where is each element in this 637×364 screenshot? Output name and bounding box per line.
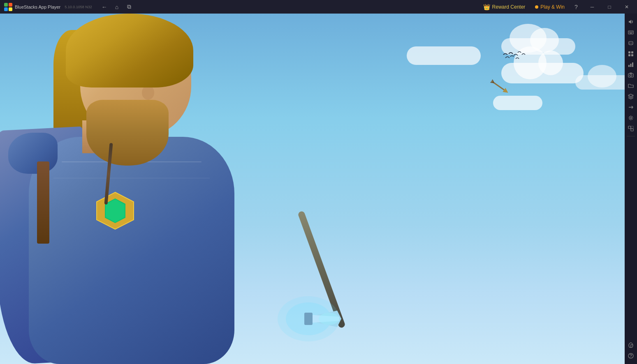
- cloud-3: [493, 96, 542, 110]
- screenshot-sidebar-icon[interactable]: [626, 70, 636, 80]
- close-button[interactable]: ✕: [618, 0, 635, 14]
- back-button[interactable]: ←: [99, 1, 110, 13]
- svg-rect-26: [631, 51, 633, 53]
- svg-rect-39: [631, 126, 633, 129]
- character-torso: [29, 137, 234, 364]
- close-icon: ✕: [625, 4, 629, 10]
- grid-sidebar-icon[interactable]: [626, 49, 636, 59]
- svg-rect-25: [628, 51, 630, 53]
- svg-rect-2: [4, 7, 8, 11]
- character-shoulder-left: [8, 133, 58, 174]
- titlebar: BlueStacks App Player 5.10.0.1058 N32 ← …: [0, 0, 637, 14]
- gamepad-sidebar-icon[interactable]: [626, 38, 636, 48]
- settings-sidebar-icon[interactable]: [626, 113, 636, 123]
- help-icon: ?: [574, 4, 578, 10]
- minimize-button[interactable]: ─: [584, 0, 601, 14]
- game-character: [0, 14, 358, 364]
- svg-point-41: [630, 357, 631, 357]
- birds-svg: [501, 46, 534, 67]
- reward-center-label: Reward Center: [492, 4, 526, 10]
- svg-point-33: [630, 74, 632, 76]
- svg-rect-27: [628, 54, 630, 56]
- character-hair-top: [66, 14, 193, 88]
- bird-flock: [501, 46, 534, 69]
- folder-sidebar-icon[interactable]: [626, 81, 636, 91]
- svg-rect-20: [632, 32, 632, 32]
- app-logo: BlueStacks App Player 5.10.0.1058 N32: [0, 3, 96, 11]
- svg-rect-30: [630, 64, 632, 67]
- svg-point-24: [631, 43, 632, 44]
- keyboard-sidebar-icon[interactable]: [626, 28, 636, 37]
- layers-sidebar-icon[interactable]: [626, 92, 636, 101]
- play-win-label: Play & Win: [540, 4, 565, 10]
- eco-mode-sidebar-icon[interactable]: [626, 340, 636, 350]
- right-sidebar: [625, 14, 637, 364]
- play-win-button[interactable]: Play & Win: [531, 2, 569, 12]
- performance-sidebar-icon[interactable]: [626, 60, 636, 69]
- svg-point-36: [630, 117, 632, 119]
- help-sidebar-icon[interactable]: [626, 351, 636, 361]
- maximize-icon: □: [608, 4, 611, 10]
- svg-rect-29: [628, 65, 630, 67]
- home-button[interactable]: ⌂: [111, 1, 123, 13]
- nav-buttons: ← ⌂ ⧉: [99, 1, 135, 13]
- titlebar-right-controls: 👑 Reward Center Play & Win ? ─ □ ✕: [479, 0, 637, 14]
- help-button[interactable]: ?: [570, 1, 582, 13]
- svg-rect-31: [632, 62, 633, 67]
- window-controls: ─ □ ✕: [584, 0, 635, 14]
- svg-rect-18: [629, 32, 630, 32]
- character-belt: [37, 161, 49, 244]
- svg-rect-21: [630, 33, 632, 34]
- cloud-2: [407, 46, 481, 65]
- game-viewport[interactable]: [0, 14, 625, 364]
- svg-rect-38: [631, 129, 633, 131]
- svg-rect-0: [4, 3, 8, 7]
- orange-circle-icon: [535, 5, 538, 9]
- svg-rect-28: [631, 54, 633, 56]
- svg-point-16: [319, 313, 339, 325]
- main-content: [0, 14, 625, 364]
- svg-rect-32: [628, 74, 633, 77]
- multiinstance-sidebar-icon[interactable]: [626, 124, 636, 134]
- svg-rect-3: [9, 7, 12, 11]
- weapon-tip: [276, 294, 341, 343]
- reward-center-button[interactable]: 👑 Reward Center: [479, 2, 530, 12]
- app-version-label: 5.10.0.1058 N32: [65, 5, 92, 9]
- maximize-button[interactable]: □: [601, 0, 618, 14]
- svg-rect-1: [9, 3, 12, 7]
- bluestacks-logo-icon: [4, 3, 12, 11]
- character-beard: [86, 100, 169, 166]
- crown-icon: 👑: [483, 4, 490, 10]
- minimize-icon: ─: [591, 4, 594, 10]
- svg-rect-19: [630, 32, 631, 32]
- svg-rect-34: [630, 73, 632, 74]
- sidebar-divider: [627, 136, 635, 136]
- copy-button[interactable]: ⧉: [123, 1, 135, 13]
- macro-sidebar-icon[interactable]: [626, 102, 636, 112]
- svg-rect-37: [628, 126, 631, 129]
- volume-sidebar-icon[interactable]: [626, 17, 636, 27]
- app-name-label: BlueStacks App Player: [15, 5, 60, 9]
- character-emblem: [93, 190, 138, 231]
- svg-rect-15: [304, 313, 313, 325]
